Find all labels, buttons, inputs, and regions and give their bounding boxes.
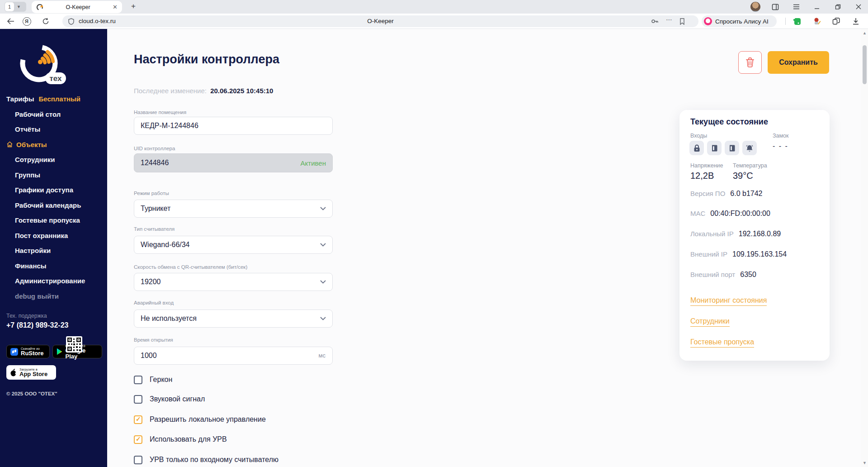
voltage-value: 12,2В	[690, 171, 714, 181]
mac-row: MAC 00:40:FD:00:00:00	[690, 210, 770, 218]
checkbox-urv-entry-reader-only[interactable]: УРВ только по входному считывателю	[134, 455, 278, 465]
tab-count: 1	[5, 2, 14, 11]
link-guest-passes[interactable]: Гостевые пропуска	[690, 338, 754, 348]
checkbox-box[interactable]	[134, 395, 142, 404]
mode-select[interactable]: Турникет	[134, 200, 333, 218]
checkbox-use-for-urv[interactable]: Использовать для УРВ	[134, 434, 227, 444]
save-button[interactable]: Сохранить	[768, 51, 829, 74]
apple-icon	[10, 368, 17, 376]
emergency-input-label: Аварийный вход	[134, 300, 174, 305]
sidebar-item-guard-post[interactable]: Пост охранника	[0, 228, 107, 243]
mode-label: Режим работы	[134, 191, 169, 196]
bookmark-icon[interactable]	[679, 18, 685, 25]
ask-alice-button[interactable]: Спросить Алису AI	[702, 15, 777, 27]
browser-window: 1 ▼ O-Keeper ✕ +	[0, 0, 868, 467]
link-employees[interactable]: Сотрудники	[690, 317, 730, 327]
status-badge: Активен	[301, 159, 326, 167]
tab-strip: 1 ▼ O-Keeper ✕ +	[0, 0, 868, 14]
favicon-otex-icon	[36, 4, 43, 11]
scroll-down-icon[interactable]: ▼	[861, 461, 868, 465]
checkbox-gerkon[interactable]: Геркон	[134, 375, 172, 385]
sidebar-item-finance[interactable]: Финансы	[0, 258, 107, 274]
sidebar-item-desktop[interactable]: Рабочий стол	[0, 107, 107, 122]
sidebar-item-employees[interactable]: Сотрудники	[0, 152, 107, 167]
door-input-icon	[707, 141, 722, 155]
evernote-extension-icon[interactable]	[791, 16, 803, 27]
sidebar-item-guest-passes[interactable]: Гостевые пропуска	[0, 213, 107, 228]
minimize-button[interactable]	[811, 1, 823, 12]
reload-icon[interactable]	[40, 16, 52, 27]
scroll-up-icon[interactable]: ▲	[861, 31, 868, 35]
close-button[interactable]	[853, 1, 864, 12]
inputs-indicators	[689, 141, 757, 155]
emergency-input-select[interactable]: Не используется	[134, 310, 333, 328]
address-bar[interactable]: cloud.o-tex.ru O-Keeper ⋯	[62, 15, 698, 27]
local-ip-row: Локальный IP 192.168.0.89	[690, 230, 781, 238]
reader-type-select[interactable]: Wiegand-66/34	[134, 236, 333, 254]
support-phone[interactable]: +7 (812) 989-32-23	[6, 321, 68, 329]
sidebar-item-groups[interactable]: Группы	[0, 167, 107, 183]
scrollbar-thumb[interactable]	[863, 45, 867, 84]
extension-icon[interactable]	[811, 16, 823, 27]
sidebar: тех Тарифы Бесплатный Рабочий стол Отчёт…	[0, 29, 107, 467]
panel-title: Текущее состояние	[690, 117, 768, 127]
page-scrollbar[interactable]: ▲ ▼	[861, 29, 868, 467]
more-options-icon[interactable]: ⋯	[666, 16, 672, 23]
back-button[interactable]	[5, 16, 16, 27]
omnibox-page-title: O-Keeper	[367, 18, 394, 24]
checkbox-box[interactable]	[134, 456, 142, 464]
checkbox-box[interactable]	[134, 435, 142, 444]
menu-icon[interactable]	[790, 1, 802, 12]
door-input-icon	[725, 141, 739, 155]
avatar[interactable]	[750, 2, 760, 12]
yandex-button[interactable]: Я	[21, 16, 33, 27]
support-label: Тех. поддержка	[6, 313, 47, 319]
tab-okeeper[interactable]: O-Keeper ✕	[32, 1, 122, 13]
restore-button[interactable]	[832, 1, 844, 12]
rustore-badge[interactable]: Скачайте изRuStore	[6, 345, 50, 358]
external-ip-row: Внешний IP 109.195.163.154	[690, 250, 787, 258]
open-time-input[interactable]	[134, 347, 333, 365]
alice-label: Спросить Алису AI	[715, 18, 769, 25]
qr-baudrate-select[interactable]: 19200	[134, 273, 333, 291]
uid-field: 1244846 Активен	[134, 153, 333, 172]
password-key-icon[interactable]	[651, 19, 659, 24]
link-monitoring[interactable]: Мониторинг состояния	[690, 296, 767, 306]
toolbar-divider	[785, 18, 786, 25]
sidebar-item-work-calendar[interactable]: Рабочий календарь	[0, 198, 107, 213]
sidebar-item-access-schedules[interactable]: Графики доступа	[0, 182, 107, 198]
app-store-badge[interactable]: Загрузите вApp Store	[6, 365, 56, 380]
room-name-input[interactable]	[134, 117, 333, 135]
sidebar-item-debug-logout[interactable]: debug выйти	[0, 289, 107, 304]
voltage-label: Напряжение	[690, 162, 723, 169]
otex-logo: тех	[18, 43, 67, 87]
site-shield-icon	[68, 18, 74, 25]
tab-close-icon[interactable]: ✕	[113, 4, 118, 10]
sidebar-item-administration[interactable]: Администрирование	[0, 273, 107, 289]
sidebar-item-reports[interactable]: Отчёты	[0, 122, 107, 137]
new-tab-button[interactable]: +	[128, 1, 138, 11]
uid-value: 1244846	[141, 159, 169, 167]
checkbox-sound-signal[interactable]: Звуковой сигнал	[134, 394, 205, 404]
alice-icon	[704, 17, 712, 25]
checkbox-box[interactable]	[134, 376, 142, 384]
checkbox-box[interactable]	[134, 415, 142, 424]
sidebar-panel-icon[interactable]	[769, 1, 781, 12]
delete-button[interactable]	[738, 51, 762, 74]
checkbox-local-control[interactable]: Разрешить локальное управление	[134, 415, 266, 424]
downloads-icon[interactable]	[850, 16, 862, 27]
tabs-panel-icon[interactable]	[830, 16, 842, 27]
sidebar-item-objects[interactable]: Объекты	[0, 137, 107, 152]
firmware-row: Версия ПО 6.0 b1742	[690, 190, 763, 198]
external-port-row: Внешний порт 6350	[690, 271, 756, 279]
chevron-down-icon: ▼	[17, 5, 21, 9]
temperature-label: Температура	[733, 162, 767, 169]
home-icon	[6, 141, 13, 148]
sidebar-item-tariffs[interactable]: Тарифы Бесплатный	[0, 91, 107, 107]
sidebar-item-settings[interactable]: Настройки	[0, 243, 107, 258]
qr-code[interactable]	[66, 336, 82, 353]
sidebar-menu: Тарифы Бесплатный Рабочий стол Отчёты Об…	[0, 91, 107, 304]
svg-text:тех: тех	[49, 74, 62, 83]
tab-counter-button[interactable]: 1 ▼	[5, 2, 26, 12]
reader-type-label: Тип считывателя	[134, 226, 175, 232]
